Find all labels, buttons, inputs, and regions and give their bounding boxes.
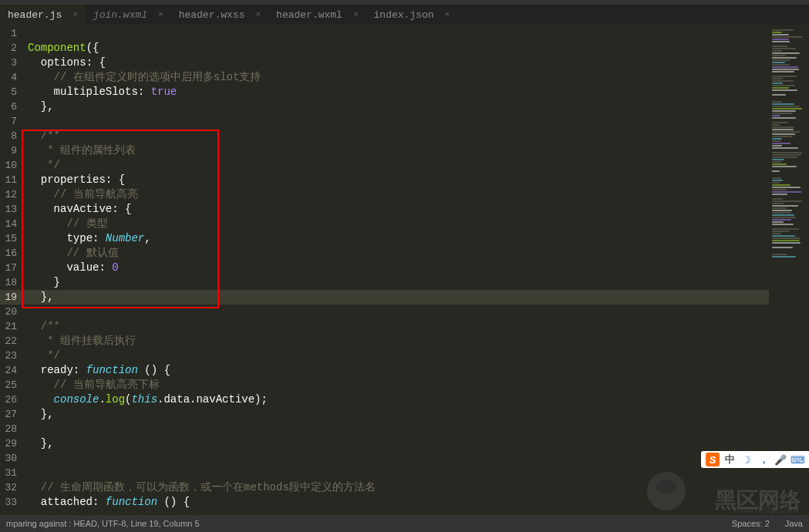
tab-header-wxml[interactable]: header.wxml × [268,5,366,25]
sogou-logo-icon[interactable]: S [706,453,720,466]
ime-toolbar[interactable]: S 中 ☽ ， 🎤 ⌨ [701,451,809,468]
keyboard-icon[interactable]: ⌨ [790,453,804,466]
close-icon[interactable]: × [445,10,450,19]
tab-header-js[interactable]: header.js × [0,5,86,25]
close-icon[interactable]: × [158,10,163,19]
editor[interactable]: 1234567891011121314151617181920212223242… [0,25,809,515]
tab-header-wxss[interactable]: header.wxss × [171,5,268,25]
punctuation-icon[interactable]: ， [757,453,770,466]
tab-join-wxml[interactable]: join.wxml × [86,5,171,25]
status-syntax[interactable]: Java [785,519,803,528]
tab-label: header.wxss [179,9,245,21]
line-number-gutter: 1234567891011121314151617181920212223242… [0,25,22,515]
tab-label: header.wxml [276,9,342,21]
tab-label: index.json [374,9,434,21]
tab-bar: header.js × join.wxml × header.wxss × he… [0,5,809,25]
status-left: mparing against : HEAD, UTF-8, Line 19, … [6,519,200,528]
minimap[interactable] [769,25,809,515]
code-area[interactable]: Component({ options: { // 在组件定义时的选项中启用多s… [22,25,769,515]
close-icon[interactable]: × [255,10,261,19]
status-bar: mparing against : HEAD, UTF-8, Line 19, … [0,515,809,532]
tab-label: header.js [8,9,62,21]
tab-index-json[interactable]: index.json × [366,5,458,25]
microphone-icon[interactable]: 🎤 [774,453,787,466]
watermark-logo-icon [647,472,686,510]
ime-lang-toggle[interactable]: 中 [723,453,737,466]
close-icon[interactable]: × [72,10,78,19]
tab-label: join.wxml [93,9,147,21]
status-spaces[interactable]: Spaces: 2 [732,519,770,528]
moon-icon[interactable]: ☽ [740,453,753,466]
close-icon[interactable]: × [353,10,359,19]
